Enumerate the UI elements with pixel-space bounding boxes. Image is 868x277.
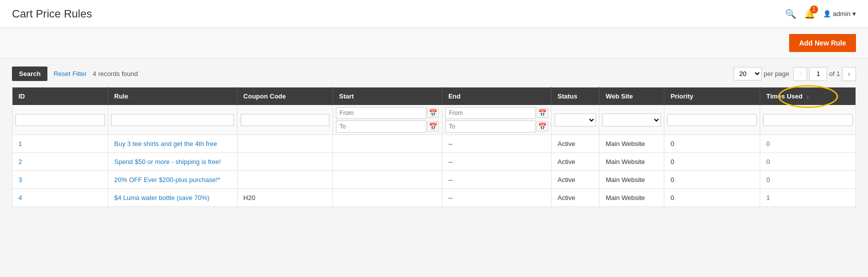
coupon-cell (237, 153, 333, 171)
start-from-calendar-icon[interactable]: 📅 (427, 108, 439, 118)
end-cell: -- (442, 171, 552, 189)
filter-priority-input[interactable] (667, 114, 757, 126)
priority-cell: 0 (664, 135, 760, 153)
rule-cell[interactable]: $4 Luma water bottle (save 70%) (108, 189, 237, 207)
table-row: 2Spend $50 or more - shipping is free!--… (12, 153, 856, 171)
admin-icon: 👤 (823, 10, 831, 18)
times-used-cell[interactable]: 1 (760, 189, 856, 207)
filter-status-select[interactable]: Active Inactive (555, 114, 596, 126)
filter-end-date: 📅 📅 (445, 107, 548, 132)
id-cell-link[interactable]: 3 (18, 176, 22, 184)
global-search-button[interactable]: 🔍 (785, 8, 796, 20)
website-cell: Main Website (599, 153, 664, 171)
coupon-cell (237, 135, 333, 153)
col-rule-header[interactable]: Rule (108, 88, 237, 106)
filter-start-from-wrap: 📅 (336, 107, 439, 119)
filter-row: 📅 📅 📅 (12, 105, 856, 135)
rule-cell-link[interactable]: Buy 3 tee shirts and get the 4th free (114, 140, 217, 148)
id-cell-link[interactable]: 1 (18, 140, 22, 148)
page-title: Cart Price Rules (12, 8, 92, 20)
table-row: 320% OFF Ever $200-plus purchase!*--Acti… (12, 171, 856, 189)
notification-badge: 1 (810, 6, 818, 14)
search-button[interactable]: Search (12, 66, 47, 81)
end-cell: -- (442, 153, 552, 171)
col-website-header[interactable]: Web Site (599, 88, 664, 106)
filter-website-select[interactable]: Main Website (602, 114, 661, 126)
col-coupon-header[interactable]: Coupon Code (237, 88, 333, 106)
id-cell-link[interactable]: 4 (18, 194, 22, 202)
rule-cell[interactable]: 20% OFF Ever $200-plus purchase!* (108, 171, 237, 189)
filter-start-cell: 📅 📅 (333, 105, 442, 135)
times-used-cell-link[interactable]: 0 (766, 140, 770, 148)
filter-times-used-cell (760, 105, 856, 135)
filter-website-cell: Main Website (599, 105, 664, 135)
status-cell: Active (552, 189, 599, 207)
filter-coupon-input[interactable] (241, 114, 330, 126)
times-used-cell-link[interactable]: 0 (766, 176, 770, 184)
notification-bell[interactable]: 🔔 1 (804, 8, 815, 20)
end-from-calendar-icon[interactable]: 📅 (537, 108, 548, 118)
filter-start-to-input[interactable] (336, 120, 426, 132)
id-cell[interactable]: 3 (12, 171, 108, 189)
page-of: of 1 (829, 70, 840, 78)
filter-end-to-input[interactable] (445, 120, 536, 132)
table-header-row: ID Rule Coupon Code Start End Status Web… (12, 88, 856, 106)
col-times-used-header[interactable]: Times Used ↓ (760, 88, 856, 106)
id-cell-link[interactable]: 2 (18, 158, 22, 166)
end-cell: -- (442, 189, 552, 207)
priority-cell: 0 (664, 171, 760, 189)
status-cell: Active (552, 171, 599, 189)
filter-start-from-input[interactable] (336, 107, 426, 119)
filter-rule-cell (108, 105, 237, 135)
col-id-header[interactable]: ID (12, 88, 108, 106)
col-start-header[interactable]: Start (333, 88, 442, 106)
rule-cell-link[interactable]: Spend $50 or more - shipping is free! (114, 158, 221, 166)
page-input[interactable] (809, 67, 827, 81)
website-cell: Main Website (599, 171, 664, 189)
end-cell: -- (442, 135, 552, 153)
col-priority-header[interactable]: Priority (664, 88, 760, 106)
col-status-header[interactable]: Status (552, 88, 599, 106)
next-page-button[interactable]: › (842, 67, 856, 81)
filter-end-from-input[interactable] (445, 107, 536, 119)
rule-cell[interactable]: Buy 3 tee shirts and get the 4th free (108, 135, 237, 153)
per-page-label: per page (764, 70, 789, 78)
filter-start-to-wrap: 📅 (336, 120, 439, 132)
coupon-cell: H20 (237, 189, 333, 207)
admin-dropdown-icon: ▾ (853, 10, 856, 18)
times-used-cell[interactable]: 0 (760, 135, 856, 153)
priority-cell: 0 (664, 153, 760, 171)
start-cell (333, 189, 442, 207)
end-to-calendar-icon[interactable]: 📅 (537, 122, 548, 132)
start-to-calendar-icon[interactable]: 📅 (427, 122, 439, 132)
filter-status-cell: Active Inactive (552, 105, 599, 135)
col-end-header[interactable]: End (442, 88, 552, 106)
admin-label: admin (833, 10, 851, 18)
filter-end-cell: 📅 📅 (442, 105, 552, 135)
per-page-dropdown[interactable]: 20 50 100 (734, 67, 762, 80)
reset-filter-link[interactable]: Reset Filter (53, 70, 86, 78)
rule-cell-link[interactable]: $4 Luma water bottle (save 70%) (114, 194, 210, 202)
id-cell[interactable]: 1 (12, 135, 108, 153)
admin-user-menu[interactable]: 👤 admin ▾ (823, 10, 856, 18)
add-new-rule-button[interactable]: Add New Rule (789, 34, 856, 52)
id-cell[interactable]: 2 (12, 153, 108, 171)
coupon-cell (237, 171, 333, 189)
filter-rule-input[interactable] (111, 114, 234, 126)
times-used-cell[interactable]: 0 (760, 153, 856, 171)
rule-cell[interactable]: Spend $50 or more - shipping is free! (108, 153, 237, 171)
action-bar: Add New Rule (0, 28, 868, 58)
prev-page-button[interactable]: ‹ (793, 67, 807, 81)
sort-icon: ↓ (807, 94, 810, 100)
filter-end-from-wrap: 📅 (445, 107, 548, 119)
per-page-select: 20 50 100 per page (734, 67, 789, 80)
times-used-cell-link[interactable]: 1 (766, 194, 770, 202)
status-cell: Active (552, 153, 599, 171)
website-cell: Main Website (599, 135, 664, 153)
filter-id-input[interactable] (15, 114, 105, 126)
times-used-cell[interactable]: 0 (760, 171, 856, 189)
times-used-cell-link[interactable]: 0 (766, 158, 770, 166)
rule-cell-link[interactable]: 20% OFF Ever $200-plus purchase!* (114, 176, 220, 184)
id-cell[interactable]: 4 (12, 189, 108, 207)
filter-times-used-input[interactable] (763, 114, 853, 126)
